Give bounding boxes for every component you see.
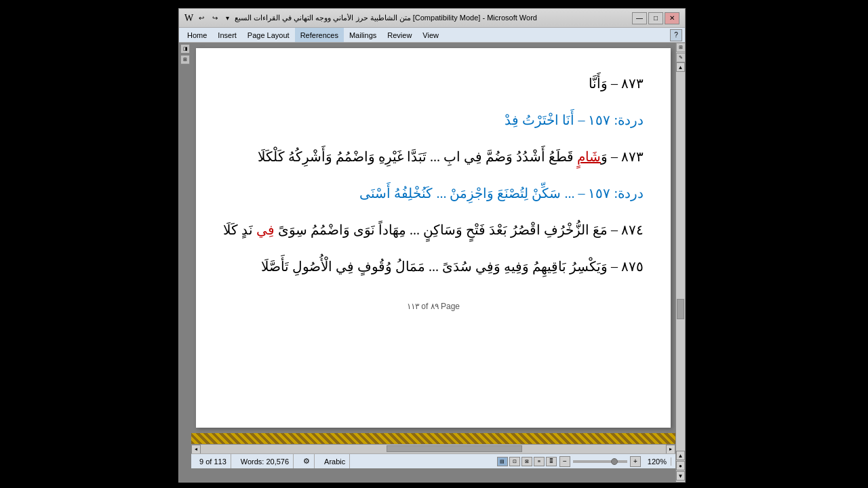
document-page: ٨٧٣ – وَأَنَّا دردة: ١٥٧ – أَنَا اخْتَرْ… bbox=[196, 48, 671, 428]
drr-157-1-text: دردة: ١٥٧ – أَنَا اخْتَرْتُ فِدْ bbox=[505, 113, 644, 127]
draft-view-icon[interactable]: ≣ bbox=[546, 457, 557, 466]
scroll-down-btn[interactable]: ▼ bbox=[676, 471, 685, 481]
menu-references[interactable]: References bbox=[295, 28, 344, 42]
menu-right: ? bbox=[670, 29, 682, 41]
vertical-scrollbar[interactable]: ⊞ ✎ ▲ ▲ ● ▼ bbox=[675, 43, 685, 482]
rt-icon-2[interactable]: ✎ bbox=[676, 53, 685, 62]
zoom-slider[interactable] bbox=[573, 460, 627, 463]
line-top: ٨٧٣ – وَأَنَّا دردة: ١٥٧ – أَنَا اخْتَرْ… bbox=[223, 68, 644, 281]
menu-review[interactable]: Review bbox=[382, 28, 417, 42]
page-count: 9 of 113 bbox=[199, 458, 226, 466]
verse-874: ٨٧٤ – مَعَ الزُّخْرُفِ اقْصُرُ بَعْدَ فَ… bbox=[223, 215, 644, 245]
scroll-thumb[interactable] bbox=[677, 299, 684, 319]
zoom-out-btn[interactable]: − bbox=[559, 456, 570, 467]
verse-875: ٨٧٥ – وَيَكْسِرُ بَاقِيهِمُ وَفِيهِ وَفِ… bbox=[223, 251, 644, 281]
word-icon: W bbox=[184, 13, 193, 24]
status-language: Arabic bbox=[320, 454, 350, 468]
title-bar-left: W ↩ ↪ ▾ متن الشاطبية حرز الأماني ووجه ال… bbox=[184, 13, 537, 24]
tool-2[interactable]: ⊞ bbox=[180, 55, 190, 64]
menu-bar: Home Insert Page Layout References Maili… bbox=[179, 28, 685, 43]
maximize-button[interactable]: □ bbox=[648, 12, 663, 24]
save-btn[interactable]: ▾ bbox=[223, 13, 232, 23]
page-container: ٨٧٣ – وَأَنَّا دردة: ١٥٧ – أَنَا اخْتَرْ… bbox=[191, 43, 675, 482]
redo-btn[interactable]: ↪ bbox=[210, 13, 220, 23]
hscroll-right-btn[interactable]: ▸ bbox=[666, 445, 675, 454]
page-footer: Page ٨٩ of ١١٣ bbox=[223, 302, 644, 311]
content-area: ◨ ⊞ ٨٧٣ – وَأَنَّا دردة: ١٥٧ – أَنَا اخْ… bbox=[179, 43, 685, 482]
help-btn[interactable]: ? bbox=[670, 29, 682, 41]
menu-view[interactable]: View bbox=[417, 28, 444, 42]
zoom-percent: 120% bbox=[648, 458, 667, 466]
decorative-border bbox=[191, 433, 675, 444]
page-info-text: Page ٨٩ of ١١٣ bbox=[407, 302, 460, 311]
close-button[interactable]: ✕ bbox=[665, 12, 679, 24]
left-tools: ◨ ⊞ bbox=[179, 43, 191, 482]
title-bar: W ↩ ↪ ▾ متن الشاطبية حرز الأماني ووجه ال… bbox=[179, 9, 685, 28]
zoom-slider-thumb[interactable] bbox=[611, 458, 618, 465]
status-words: Words: 20,576 bbox=[237, 454, 294, 468]
tool-1[interactable]: ◨ bbox=[180, 44, 190, 54]
outline-view-icon[interactable]: ≡ bbox=[534, 457, 545, 466]
verse-875-text: ٨٧٥ – وَيَكْسِرُ بَاقِيهِمُ وَفِيهِ وَفِ… bbox=[261, 259, 644, 274]
scroll-track[interactable] bbox=[676, 72, 685, 451]
minimize-button[interactable]: — bbox=[632, 12, 647, 24]
drr-157-2: دردة: ١٥٧ – ... سَكِّنْ لِتُصْنَعَ وَاجْ… bbox=[223, 178, 644, 208]
full-view-icon[interactable]: ⊡ bbox=[509, 457, 520, 466]
verse-873-top: ٨٧٣ – وَأَنَّا bbox=[223, 68, 644, 98]
window-controls: — □ ✕ bbox=[632, 12, 679, 24]
scroll-prev-page-btn[interactable]: ▲ bbox=[676, 451, 685, 460]
hscroll-track[interactable] bbox=[201, 445, 666, 453]
view-icons: ▤ ⊡ ⊠ ≡ ≣ bbox=[497, 457, 557, 466]
rt-icon-1[interactable]: ⊞ bbox=[676, 43, 685, 52]
zoom-level[interactable]: 120% bbox=[644, 458, 671, 466]
verse-873-top-text: ٨٧٣ – وَأَنَّا bbox=[589, 76, 644, 91]
menu-home[interactable]: Home bbox=[182, 28, 212, 42]
zoom-in-btn[interactable]: + bbox=[630, 456, 641, 467]
window-title: متن الشاطبية حرز الأماني ووجه التهاني في… bbox=[235, 14, 537, 22]
drr-157-2-text: دردة: ١٥٧ – ... سَكِّنْ لِتُصْنَعَ وَاجْ… bbox=[359, 186, 644, 201]
scroll-next-page-btn[interactable]: ● bbox=[676, 461, 685, 470]
word-window: W ↩ ↪ ▾ متن الشاطبية حرز الأماني ووجه ال… bbox=[178, 8, 686, 483]
drr-157-1: دردة: ١٥٧ – أَنَا اخْتَرْتُ فِدْ bbox=[223, 105, 644, 135]
menu-page-layout[interactable]: Page Layout bbox=[242, 28, 295, 42]
word-count: Words: 20,576 bbox=[241, 458, 289, 466]
hscroll-thumb[interactable] bbox=[387, 445, 522, 452]
status-check-icon: ⚙ bbox=[299, 454, 315, 468]
verse-873: ٨٧٣ – وَشَامٍ قَطَعُ أَشْدُدُ وَضُمَّ فِ… bbox=[223, 142, 644, 171]
scroll-up-btn[interactable]: ▲ bbox=[676, 62, 685, 72]
status-bar: 9 of 113 Words: 20,576 ⚙ Arabic ▤ ⊡ ⊠ ≡ … bbox=[191, 453, 675, 468]
language-label: Arabic bbox=[324, 458, 345, 466]
undo-btn[interactable]: ↩ bbox=[196, 13, 207, 23]
scroll-bottom-btns: ▲ ● ▼ bbox=[676, 451, 685, 482]
web-view-icon[interactable]: ⊠ bbox=[521, 457, 532, 466]
hscroll-left-btn[interactable]: ◂ bbox=[191, 445, 201, 454]
right-tools-top: ⊞ ✎ bbox=[676, 43, 685, 62]
menu-mailings[interactable]: Mailings bbox=[344, 28, 382, 42]
horizontal-scrollbar[interactable]: ◂ ▸ bbox=[191, 444, 675, 453]
status-page: 9 of 113 bbox=[195, 454, 231, 468]
status-right: ▤ ⊡ ⊠ ≡ ≣ − + 120% bbox=[497, 456, 671, 467]
print-view-icon[interactable]: ▤ bbox=[497, 457, 508, 466]
menu-insert[interactable]: Insert bbox=[212, 28, 242, 42]
